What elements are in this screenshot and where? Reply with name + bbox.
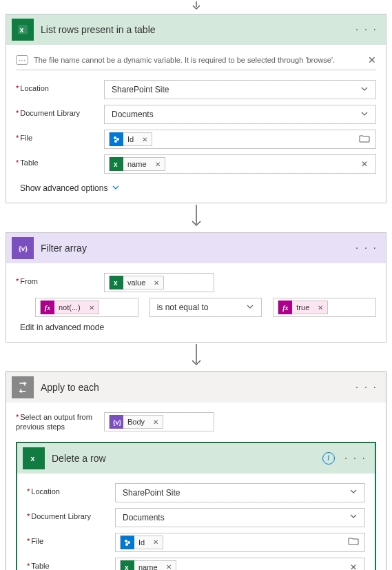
field-location[interactable]: SharePoint Site [104,80,376,99]
sharepoint-icon [121,536,134,549]
close-icon[interactable]: ✕ [368,54,376,65]
svg-point-11 [127,541,130,544]
action-card-list-rows: x List rows present in a table · · · ⋯ T… [6,14,386,203]
token-remove-icon[interactable]: ✕ [149,279,163,287]
svg-point-2 [114,136,116,139]
token-remove-icon[interactable]: ✕ [138,136,152,143]
filter-left[interactable]: fx not(...) ✕ [35,298,138,317]
svg-point-3 [116,138,119,141]
clear-icon[interactable]: ✕ [356,159,373,169]
menu-icon[interactable]: · · · [353,242,380,254]
svg-text:x: x [31,454,35,462]
chevron-down-icon[interactable] [356,110,373,120]
svg-point-10 [125,540,127,542]
svg-point-4 [114,140,117,143]
svg-point-12 [125,543,128,546]
edit-advanced-link[interactable]: Edit in advanced mode [16,323,376,332]
token-remove-icon[interactable]: ✕ [149,418,163,426]
token-remove-icon[interactable]: ✕ [85,304,99,312]
value-location: SharePoint Site [118,488,345,498]
token-body[interactable]: {v} Body ✕ [109,415,163,429]
token-remove-icon[interactable]: ✕ [313,304,327,312]
excel-icon: x [121,560,134,570]
chevron-down-icon[interactable] [345,512,362,522]
chevron-down-icon[interactable] [356,85,373,95]
token-label: value [123,278,149,287]
field-from[interactable]: x value ✕ [104,273,214,292]
value-location: SharePoint Site [107,85,356,94]
label-from: From [16,273,104,285]
filter-operator[interactable]: is not equal to [149,298,262,317]
label-table: Table [27,558,115,570]
show-advanced-link[interactable]: Show advanced options [16,183,120,193]
token-table-name[interactable]: x name ✕ [109,157,165,171]
info-icon[interactable]: i [322,452,335,465]
field-file[interactable]: Id ✕ [115,533,365,552]
speech-icon: ⋯ [16,55,28,65]
token-file-id[interactable]: Id ✕ [109,132,152,146]
token-label: name [123,160,151,168]
data-operation-icon: {v} [110,415,123,429]
svg-text:x: x [125,564,129,570]
action-header[interactable]: x List rows present in a table · · · [6,14,386,45]
action-card-apply-each: Apply to each · · · Select an output fro… [6,371,386,570]
action-card-delete-row: x Delete a row i · · · Location SharePoi… [16,442,376,570]
token-label: name [134,563,162,570]
chevron-down-icon[interactable] [242,303,258,313]
chevron-down-icon[interactable] [345,487,362,498]
info-text: The file name cannot be a dynamic variab… [34,56,335,64]
arrow-connector [6,344,386,369]
action-title: Filter array [41,243,353,254]
svg-text:x: x [114,279,118,287]
field-file[interactable]: Id ✕ [104,130,376,149]
fx-icon: fx [278,301,292,314]
operator-value: is not equal to [153,303,243,312]
field-table[interactable]: x name ✕ ✕ [104,154,376,174]
token-label: Body [123,418,149,426]
filter-right[interactable]: fx true ✕ [273,298,376,317]
action-header[interactable]: {v} Filter array · · · [6,233,386,263]
field-library[interactable]: Documents [104,105,376,124]
label-select-output: Select an output from previous steps [16,412,104,432]
excel-icon: x [12,19,34,41]
folder-icon[interactable] [356,134,373,145]
excel-icon: x [23,447,45,469]
arrow-connector [6,205,386,230]
token-fx-true[interactable]: fx true ✕ [278,301,328,314]
token-value[interactable]: x value ✕ [109,276,164,289]
excel-icon: x [110,276,123,289]
label-location: Location [16,80,104,92]
token-table-name[interactable]: x name ✕ [120,560,176,570]
folder-icon[interactable] [345,537,362,547]
value-library: Documents [118,513,345,522]
action-title: Apply to each [41,382,353,393]
field-select-output[interactable]: {v} Body ✕ [104,412,214,431]
token-file-id[interactable]: Id ✕ [120,536,163,549]
action-header[interactable]: x Delete a row i · · · [17,443,375,474]
action-header[interactable]: Apply to each · · · [6,372,386,403]
label-file: File [16,130,104,142]
token-remove-icon[interactable]: ✕ [149,538,163,546]
field-location[interactable]: SharePoint Site [115,483,365,502]
label-file: File [27,533,115,545]
value-library: Documents [107,110,356,119]
token-label: Id [123,135,138,143]
label-table: Table [16,154,104,167]
token-fx-not[interactable]: fx not(...) ✕ [40,301,99,314]
token-remove-icon[interactable]: ✕ [162,563,176,570]
chevron-down-icon [112,183,120,193]
advanced-label: Show advanced options [20,183,107,193]
field-table[interactable]: x name ✕ ✕ [115,558,365,570]
menu-icon[interactable]: · · · [353,23,380,36]
menu-icon[interactable]: · · · [342,452,369,465]
label-library: Document Library [16,105,104,117]
token-label: true [292,303,313,312]
label-library: Document Library [27,508,115,520]
clear-icon[interactable]: ✕ [345,562,362,570]
action-card-filter-array: {v} Filter array · · · From x value ✕ fx [6,232,386,343]
menu-icon[interactable]: · · · [353,381,380,394]
svg-text:x: x [20,26,24,34]
token-remove-icon[interactable]: ✕ [151,161,165,168]
token-label: not(...) [54,303,85,312]
field-library[interactable]: Documents [115,508,365,527]
